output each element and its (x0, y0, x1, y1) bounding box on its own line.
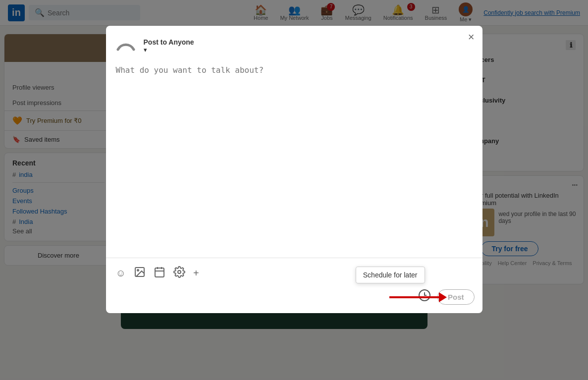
svg-rect-2 (155, 268, 164, 277)
post-to-label: Post to Anyone (144, 38, 194, 46)
calendar-button[interactable] (152, 264, 167, 282)
post-modal: Post to Anyone ▾ × ☺ (106, 26, 482, 313)
gear-button[interactable] (171, 264, 187, 282)
svg-point-1 (137, 270, 139, 271)
red-arrow-container (389, 292, 447, 302)
plus-button[interactable]: + (191, 266, 201, 281)
modal-overlay: Post to Anyone ▾ × ☺ (0, 0, 588, 380)
schedule-tooltip: Schedule for later (356, 267, 425, 283)
image-button[interactable] (132, 264, 148, 282)
dropdown-icon: ▾ (144, 46, 147, 54)
arrow-head (439, 292, 447, 302)
modal-toolbar: ☺ (106, 258, 482, 313)
modal-header: Post to Anyone ▾ × (106, 26, 482, 57)
audience-dropdown[interactable]: ▾ (144, 46, 194, 54)
svg-point-6 (178, 271, 181, 273)
toolbar-post-row: Schedule for later Post (114, 286, 475, 307)
modal-post-to: Post to Anyone ▾ (144, 38, 194, 54)
modal-user-avatar (114, 34, 138, 57)
modal-close-button[interactable]: × (468, 32, 475, 43)
post-textarea[interactable] (106, 57, 482, 258)
emoji-button[interactable]: ☺ (114, 266, 128, 281)
arrow-line (389, 296, 439, 298)
